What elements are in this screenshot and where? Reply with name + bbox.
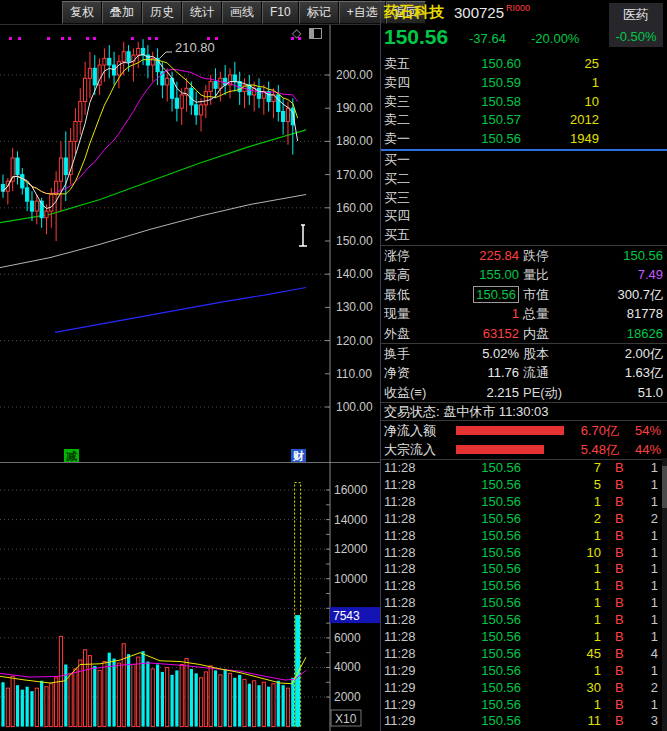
tick-price: 150.56: [441, 561, 521, 578]
tick-row: 11:28150.567B1: [381, 460, 667, 477]
volume-bar-up: [103, 662, 106, 727]
tick-time: 11:28: [384, 494, 416, 511]
financial-report-badge[interactable]: 财: [291, 449, 306, 463]
candle-body: [180, 95, 183, 108]
stat-label: 量比: [523, 265, 549, 284]
tick-time: 11:28: [384, 477, 416, 494]
tick-list-scrollbar[interactable]: [662, 458, 667, 731]
scrollbar-thumb[interactable]: [662, 466, 667, 508]
volume-bar-up: [243, 679, 246, 726]
stat-value: 7.49: [561, 265, 663, 284]
stat-value: 2.215: [419, 383, 519, 402]
stats-row: 最低150.56市值300.7亿: [381, 285, 667, 304]
tick-side: B: [615, 545, 624, 562]
candle-body: [204, 92, 207, 105]
tick-price: 150.56: [441, 697, 521, 714]
tick-volume: 30: [531, 680, 601, 697]
tick-time: 11:28: [384, 595, 416, 612]
volume-bar-down: [26, 687, 29, 727]
tick-side: B: [615, 595, 624, 612]
toolbar-button-历史[interactable]: 历史: [142, 1, 182, 24]
tick-count: 1: [631, 697, 658, 714]
money-flow: 净流入额6.70亿54%大宗流入5.48亿44%: [381, 421, 667, 460]
tick-count: 1: [631, 561, 658, 578]
sell-volume: 2012: [521, 111, 599, 130]
price-axis-label: 180.00: [336, 134, 373, 148]
stat-label: PE(动): [523, 383, 562, 402]
volume-bar-up: [55, 678, 58, 727]
toolbar-button-标记[interactable]: 标记: [299, 1, 339, 24]
toolbar-button-统计[interactable]: 统计: [182, 1, 222, 24]
tick-volume: 1: [531, 663, 601, 680]
tick-row: 11:28150.561B1: [381, 528, 667, 545]
tick-price: 150.56: [441, 545, 521, 562]
candle-body: [214, 82, 217, 89]
stats-row: 净资11.76流通1.63亿: [381, 363, 667, 382]
toolbar-button-叠加[interactable]: 叠加: [102, 1, 142, 24]
volume-bar-down: [161, 672, 164, 727]
volume-chart[interactable]: 160001400012000100006000400020007543X10: [0, 462, 380, 731]
tick-volume: 1: [531, 612, 601, 629]
tick-count: 1: [631, 528, 658, 545]
volume-bar-up: [185, 659, 188, 727]
toolbar-button-复权[interactable]: 复权: [62, 1, 102, 24]
candle-body: [103, 58, 106, 65]
flow-row: 净流入额6.70亿54%: [381, 421, 667, 440]
ibeam-cursor: [299, 225, 307, 246]
kline-chart[interactable]: 200.00190.00180.00170.00160.00150.00140.…: [0, 25, 380, 462]
event-mark-dot: [155, 37, 158, 40]
candle-body: [282, 112, 285, 122]
sell-queue-row: 卖四150.591: [381, 74, 667, 93]
tick-time: 11:28: [384, 545, 416, 562]
volume-bar-up: [253, 681, 256, 727]
volume-bar-up: [228, 673, 231, 726]
toolbar-button-+自选[interactable]: +自选: [339, 1, 386, 24]
last-price: 150.56: [384, 25, 448, 49]
event-mark-dot: [86, 37, 89, 40]
tick-volume: 1: [531, 578, 601, 595]
event-mark-dot: [291, 37, 294, 40]
candle-body: [277, 95, 280, 112]
sell-level-label: 卖五: [384, 55, 410, 74]
tick-price: 150.56: [441, 460, 521, 477]
sell-level-label: 卖一: [384, 130, 410, 149]
volume-pane[interactable]: 160001400012000100006000400020007543X10: [0, 462, 380, 731]
tick-count: 3: [631, 713, 658, 730]
candle-body: [195, 105, 198, 115]
tick-count: 1: [631, 663, 658, 680]
reduce-holdings-badge[interactable]: 减: [64, 449, 79, 463]
event-mark-dot: [93, 37, 96, 40]
tick-count: 1: [631, 494, 658, 511]
volume-axis-label: 12000: [334, 542, 368, 556]
sector-box[interactable]: 医药 -0.50%: [609, 3, 663, 47]
trading-status-value: 盘中休市 11:30:03: [443, 404, 548, 419]
tick-price: 150.56: [441, 713, 521, 730]
volume-bar-down: [16, 685, 19, 726]
volume-bar-up: [6, 688, 9, 726]
main-kline-pane[interactable]: 200.00190.00180.00170.00160.00150.00140.…: [0, 25, 380, 462]
volume-bar-down: [175, 670, 178, 726]
tick-row: 11:28150.5610B1: [381, 545, 667, 562]
stat-label: 最高: [384, 265, 410, 284]
volume-bar-down: [30, 691, 33, 726]
buy-level-label: 买二: [384, 170, 410, 189]
volume-bar-up: [262, 682, 265, 726]
toolbar-button-画线[interactable]: 画线: [222, 1, 262, 24]
tick-price: 150.56: [441, 612, 521, 629]
tick-count: 1: [631, 629, 658, 646]
candle-body: [233, 75, 236, 82]
tick-price: 150.56: [441, 629, 521, 646]
ma-line-white: [3, 54, 298, 208]
volume-bar-down: [267, 687, 270, 727]
sell-level-label: 卖二: [384, 111, 410, 130]
volume-bar-up: [11, 676, 14, 726]
volume-axis-label: 2000: [334, 690, 361, 704]
volume-bar-up: [286, 688, 289, 726]
event-mark-dot: [18, 37, 21, 40]
volume-bar-down: [277, 681, 280, 727]
toolbar-button-F10[interactable]: F10: [262, 1, 299, 24]
price-axis-label: 160.00: [336, 201, 373, 215]
candle-body: [209, 82, 212, 92]
volume-bar-down: [1, 682, 4, 726]
order-book: 卖五150.6025卖四150.591卖三150.5810卖二150.57201…: [381, 55, 667, 246]
